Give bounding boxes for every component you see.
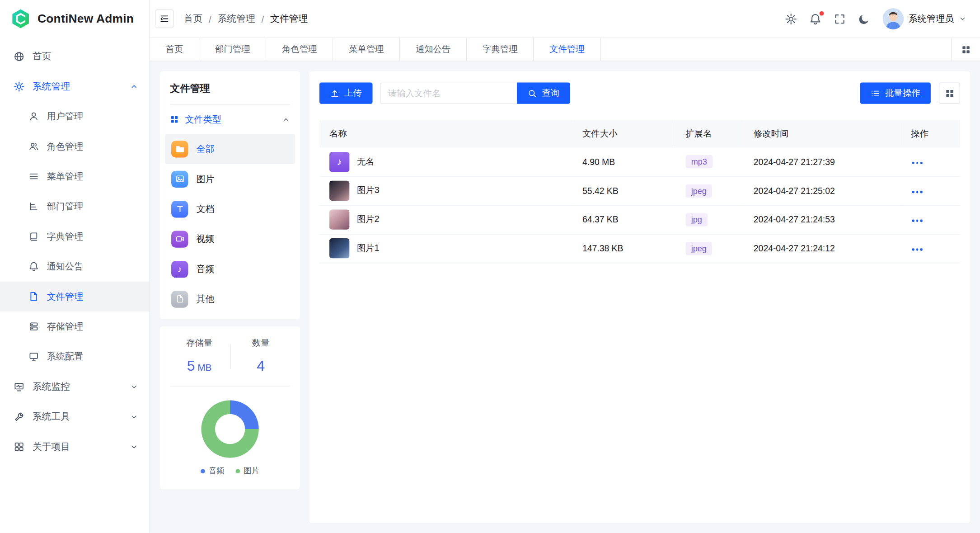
file-size: 4.90 MB [572, 147, 675, 176]
dark-mode-button[interactable] [858, 13, 870, 24]
storage-donut [201, 400, 258, 458]
tab-dict-management[interactable]: 字典管理 [467, 38, 534, 61]
sidebar: ContiNew Admin 首页 系统管理 用户管理 角色管理 [0, 0, 150, 533]
app-logo[interactable]: ContiNew Admin [0, 0, 150, 38]
upload-button[interactable]: 上传 [319, 83, 373, 104]
file-name[interactable]: 无名 [357, 156, 375, 168]
sidebar-item-home[interactable]: 首页 [0, 41, 150, 71]
sidebar-item-menu-management[interactable]: 菜单管理 [0, 161, 150, 191]
tab-label: 菜单管理 [349, 44, 384, 55]
tab-file-management[interactable]: 文件管理 [534, 38, 600, 61]
file-name[interactable]: 图片2 [357, 214, 380, 225]
sidebar-item-storage-management[interactable]: 存储管理 [0, 311, 150, 341]
table-row[interactable]: ♪ 无名 4.90 MB mp3 2024-04-27 21:27:39 [319, 147, 960, 176]
toolbar-right: 批量操作 [860, 83, 960, 104]
bell-icon [809, 13, 821, 24]
sidebar-item-label: 文件管理 [47, 291, 138, 302]
chevron-down-icon [130, 443, 138, 451]
sidebar-item-notice[interactable]: 通知公告 [0, 251, 150, 281]
sidebar-item-label: 系统工具 [33, 410, 122, 422]
fullscreen-button[interactable] [834, 13, 845, 24]
file-name[interactable]: 图片1 [357, 243, 380, 254]
sidebar-item-label: 系统管理 [33, 80, 122, 92]
extension-tag: mp3 [685, 155, 713, 168]
tab-dept-management[interactable]: 部门管理 [199, 38, 266, 61]
sidebar-item-dict-management[interactable]: 字典管理 [0, 222, 150, 251]
tab-options-button[interactable] [952, 38, 980, 61]
notifications-button[interactable] [809, 13, 821, 24]
row-actions-more-icon[interactable] [911, 158, 924, 168]
storage-unit: MB [197, 362, 211, 373]
sidebar-item-label: 菜单管理 [47, 170, 138, 182]
sidebar-item-label: 通知公告 [47, 260, 138, 272]
user-menu[interactable]: 系统管理员 [882, 8, 966, 29]
storage-label: 存储量 [169, 338, 230, 349]
tab-home[interactable]: 首页 [150, 38, 199, 61]
stats-horizontal-divider [170, 386, 290, 387]
row-actions-more-icon[interactable] [911, 187, 924, 197]
file-type-image[interactable]: 图片 [165, 164, 295, 193]
search-button[interactable]: 查询 [517, 83, 570, 104]
tab-notice[interactable]: 通知公告 [400, 38, 467, 61]
file-size: 55.42 KB [572, 176, 675, 205]
gear-icon [14, 81, 24, 92]
row-actions-more-icon[interactable] [911, 245, 924, 254]
row-actions-more-icon[interactable] [911, 216, 924, 225]
file-type-all[interactable]: 全部 [165, 134, 295, 164]
breadcrumb-item[interactable]: 系统管理 [218, 13, 255, 24]
tab-menu-management[interactable]: 菜单管理 [333, 38, 400, 61]
table-row[interactable]: 图片3 55.42 KB jpeg 2024-04-27 21:25:02 [319, 176, 960, 205]
file-type-section-label: 文件类型 [185, 113, 221, 125]
file-thumbnail [329, 238, 349, 258]
tab-role-management[interactable]: 角色管理 [266, 38, 333, 61]
chevron-up-icon [282, 115, 290, 123]
video-icon [171, 231, 188, 247]
search-input[interactable] [380, 83, 517, 104]
storage-value: 5 [187, 358, 195, 374]
legend-item-image[interactable]: 图片 [236, 466, 260, 477]
main-area: 首页 / 系统管理 / 文件管理 [150, 0, 980, 533]
legend-dot [236, 469, 240, 474]
legend-item-audio[interactable]: 音频 [201, 466, 225, 477]
file-type-other[interactable]: 其他 [165, 284, 295, 314]
settings-button[interactable] [785, 13, 797, 24]
sidebar-item-dept-management[interactable]: 部门管理 [0, 191, 150, 221]
modified-time: 2024-04-27 21:24:53 [744, 205, 901, 234]
sidebar-collapse-button[interactable] [155, 9, 174, 28]
count-label: 数量 [230, 338, 291, 349]
sidebar-item-role-management[interactable]: 角色管理 [0, 132, 150, 161]
page-title: 文件管理 [170, 80, 290, 105]
column-header-size: 文件大小 [572, 120, 675, 148]
sidebar-item-about-project[interactable]: 关于项目 [0, 432, 150, 462]
menu-fold-icon [159, 14, 169, 24]
toolbar: 上传 查询 批量操作 [319, 83, 960, 104]
view-toggle-button[interactable] [939, 83, 960, 104]
sidebar-item-system-config[interactable]: 系统配置 [0, 341, 150, 371]
table-row[interactable]: 图片2 64.37 KB jpg 2024-04-27 21:24:53 [319, 205, 960, 234]
upload-button-label: 上传 [344, 88, 362, 99]
sidebar-item-system-management[interactable]: 系统管理 [0, 71, 150, 101]
file-type-video[interactable]: 视频 [165, 224, 295, 254]
column-header-actions: 操作 [901, 120, 960, 148]
legend-dot [201, 469, 205, 474]
sidebar-item-system-tools[interactable]: 系统工具 [0, 401, 150, 431]
sidebar-item-file-management[interactable]: 文件管理 [0, 282, 150, 311]
sidebar-item-system-monitor[interactable]: 系统监控 [0, 372, 150, 401]
grid-icon [961, 45, 971, 54]
file-type-section-header[interactable]: 文件类型 [170, 105, 290, 134]
file-type-document[interactable]: 文档 [165, 194, 295, 224]
sidebar-item-user-management[interactable]: 用户管理 [0, 101, 150, 131]
table-row[interactable]: 图片1 147.38 KB jpeg 2024-04-27 21:24:12 [319, 234, 960, 263]
file-type-audio[interactable]: ♪ 音频 [165, 254, 295, 284]
batch-actions-button[interactable]: 批量操作 [860, 83, 931, 104]
monitor-icon [14, 381, 24, 392]
moon-icon [858, 13, 870, 24]
storage-stats-card: 存储量 5 MB 数量 4 [160, 326, 300, 489]
file-name[interactable]: 图片3 [357, 185, 380, 196]
chevron-down-icon [130, 412, 138, 420]
breadcrumb-item[interactable]: 首页 [184, 13, 203, 24]
tab-label: 部门管理 [215, 44, 250, 55]
document-icon [171, 200, 188, 217]
breadcrumb-current: 文件管理 [270, 13, 308, 24]
modified-time: 2024-04-27 21:24:12 [744, 234, 901, 263]
